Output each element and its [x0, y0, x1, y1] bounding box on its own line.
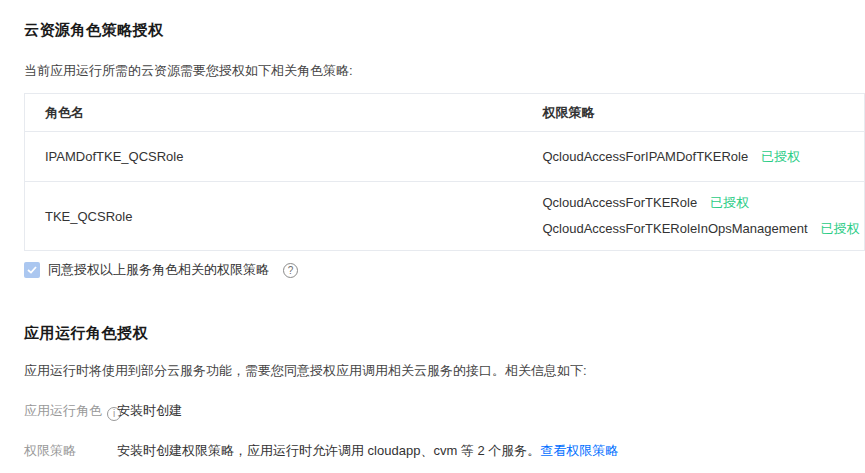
agree-checkbox[interactable] [24, 262, 40, 278]
view-permission-policy-link[interactable]: 查看权限策略 [540, 443, 618, 458]
app-run-section-title: 应用运行角色授权 [24, 324, 148, 343]
field-label: 应用运行角色i [24, 402, 117, 421]
authorized-status-badge: 已授权 [761, 149, 800, 164]
column-header-role-name: 角色名 [25, 94, 543, 132]
policy-name: QcloudAccessForIPAMDofTKERole [543, 149, 749, 164]
authorized-status-badge: 已授权 [710, 195, 749, 210]
authorized-status-badge: 已授权 [821, 221, 860, 236]
policy-cell: QcloudAccessForTKERole已授权 QcloudAccessFo… [543, 182, 865, 251]
permission-policy-value: 安装时创建权限策略，应用运行时允许调用 cloudapp、cvm 等 2 个服务… [117, 442, 618, 460]
permission-policy-text: 安装时创建权限策略，应用运行时允许调用 cloudapp、cvm 等 2 个服务… [117, 443, 540, 458]
agree-checkbox-row: 同意授权以上服务角色相关的权限策略 ? [24, 261, 298, 279]
policy-line: QcloudAccessForIPAMDofTKERole已授权 [543, 144, 865, 170]
checkmark-icon [27, 266, 37, 274]
policy-name: QcloudAccessForTKERole [543, 195, 698, 210]
role-name-cell: TKE_QCSRole [25, 182, 543, 251]
app-run-role-value: 安装时创建 [117, 402, 182, 420]
agree-checkbox-label: 同意授权以上服务角色相关的权限策略 [48, 261, 269, 279]
cloud-resource-description: 当前应用运行所需的云资源需要您授权如下相关角色策略: [24, 62, 353, 80]
role-policy-table: 角色名 权限策略 IPAMDofTKE_QCSRole QcloudAccess… [24, 93, 865, 251]
policy-line: QcloudAccessForTKERoleInOpsManagement已授权 [543, 216, 865, 242]
table-row: TKE_QCSRole QcloudAccessForTKERole已授权 Qc… [25, 182, 865, 251]
app-run-role-field: 应用运行角色i 安装时创建 [24, 402, 182, 421]
role-name-cell: IPAMDofTKE_QCSRole [25, 132, 543, 182]
help-question-icon[interactable]: ? [283, 263, 298, 278]
policy-name: QcloudAccessForTKERoleInOpsManagement [543, 221, 808, 236]
policy-cell: QcloudAccessForIPAMDofTKERole已授权 [543, 132, 865, 182]
policy-line: QcloudAccessForTKERole已授权 [543, 190, 865, 216]
table-header-row: 角色名 权限策略 [25, 94, 865, 132]
permission-policy-field: 权限策略 安装时创建权限策略，应用运行时允许调用 cloudapp、cvm 等 … [24, 442, 618, 460]
cloud-resource-section-title: 云资源角色策略授权 [24, 21, 164, 40]
column-header-permission-policy: 权限策略 [543, 94, 865, 132]
app-run-description: 应用运行时将使用到部分云服务功能，需要您同意授权应用调用相关云服务的接口。相关信… [24, 362, 587, 380]
app-run-role-label: 应用运行角色 [24, 403, 102, 418]
table-row: IPAMDofTKE_QCSRole QcloudAccessForIPAMDo… [25, 132, 865, 182]
permission-policy-label: 权限策略 [24, 442, 117, 460]
